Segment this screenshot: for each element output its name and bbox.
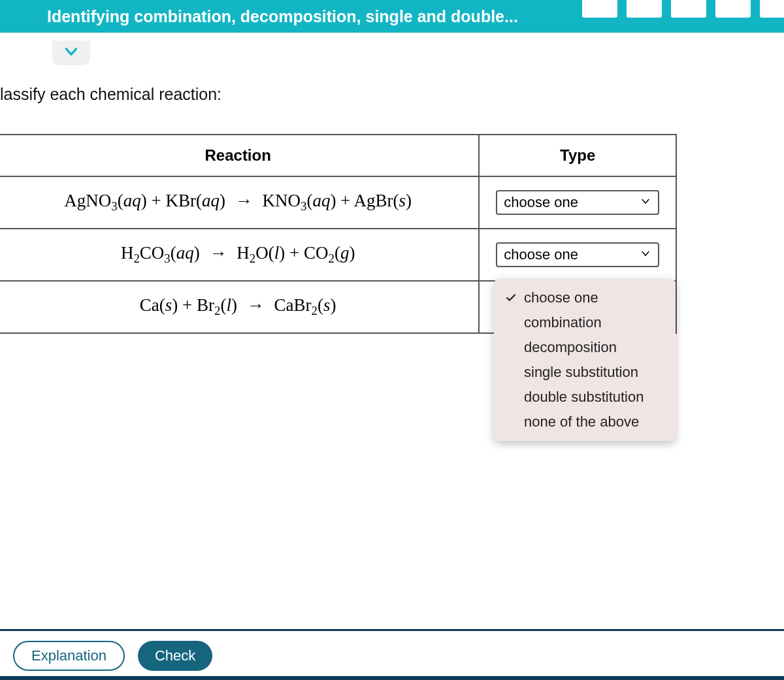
check-button[interactable]: Check bbox=[138, 641, 212, 671]
dropdown-option-single-substitution[interactable]: single substitution bbox=[494, 360, 676, 385]
reaction-formula: AgNO3(aq) + KBr(aq) → KNO3(aq) + AgBr(s) bbox=[64, 191, 412, 210]
type-dropdown: choose one combination decomposition sin… bbox=[494, 279, 676, 441]
dropdown-option-choose-one[interactable]: choose one bbox=[494, 285, 676, 310]
chevron-down-icon bbox=[640, 246, 651, 263]
topbar-title: Identifying combination, decomposition, … bbox=[47, 7, 518, 26]
topbar-box[interactable] bbox=[625, 0, 664, 20]
topbar-box[interactable] bbox=[669, 0, 708, 20]
topbar-right-controls bbox=[580, 0, 784, 20]
select-label: choose one bbox=[504, 246, 578, 263]
type-select-1[interactable]: choose one bbox=[496, 190, 659, 215]
instruction-text: lassify each chemical reaction: bbox=[0, 85, 221, 104]
dropdown-option-label: combination bbox=[524, 314, 602, 331]
header-type: Type bbox=[479, 135, 676, 176]
chevron-down-icon bbox=[63, 43, 80, 63]
dropdown-option-label: double substitution bbox=[524, 389, 644, 406]
header-reaction: Reaction bbox=[0, 135, 479, 176]
reaction-formula: H2CO3(aq) → H2O(l) + CO2(g) bbox=[121, 243, 355, 263]
topbar-box[interactable] bbox=[580, 0, 619, 20]
table-row: H2CO3(aq) → H2O(l) + CO2(g) choose one bbox=[0, 229, 676, 281]
explanation-button[interactable]: Explanation bbox=[13, 641, 125, 671]
topbar: Identifying combination, decomposition, … bbox=[0, 0, 784, 33]
footer-bar: Explanation Check bbox=[0, 629, 784, 680]
topbar-box[interactable] bbox=[713, 0, 753, 20]
dropdown-option-none[interactable]: none of the above bbox=[494, 410, 676, 434]
dropdown-option-double-substitution[interactable]: double substitution bbox=[494, 385, 676, 410]
reaction-formula: Ca(s) + Br2(l) → CaBr2(s) bbox=[140, 295, 336, 315]
type-select-2[interactable]: choose one bbox=[496, 242, 659, 267]
check-icon bbox=[504, 292, 517, 304]
dropdown-option-combination[interactable]: combination bbox=[494, 310, 676, 335]
select-label: choose one bbox=[504, 194, 578, 211]
chevron-down-icon bbox=[640, 194, 651, 211]
topbar-box[interactable] bbox=[758, 0, 784, 20]
expand-toggle[interactable] bbox=[52, 40, 90, 65]
dropdown-option-label: single substitution bbox=[524, 364, 638, 381]
dropdown-option-decomposition[interactable]: decomposition bbox=[494, 335, 676, 360]
dropdown-option-label: decomposition bbox=[524, 339, 617, 356]
dropdown-option-label: choose one bbox=[524, 289, 598, 306]
bottom-border bbox=[0, 676, 784, 680]
table-row: AgNO3(aq) + KBr(aq) → KNO3(aq) + AgBr(s)… bbox=[0, 176, 676, 229]
dropdown-option-label: none of the above bbox=[524, 413, 639, 430]
